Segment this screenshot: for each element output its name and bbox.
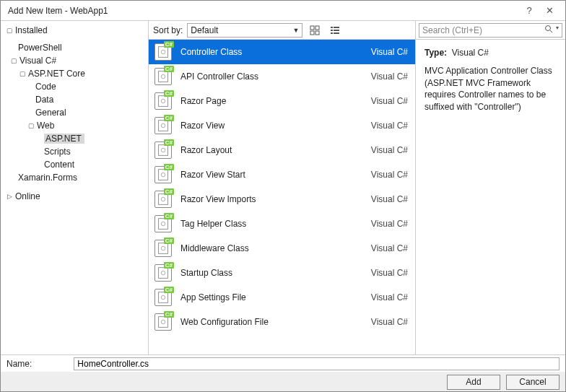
template-item-icon: C# xyxy=(154,92,172,110)
template-item-name: Razor View xyxy=(180,121,362,131)
chevron-down-icon: ▢ xyxy=(5,26,14,35)
svg-point-23 xyxy=(161,197,165,201)
tree-code[interactable]: Code xyxy=(1,80,148,93)
svg-rect-0 xyxy=(310,26,314,30)
template-item-language: Visual C# xyxy=(371,243,408,253)
detail-panel: Search (Ctrl+E) ▾ Type: Visual C# MVC Ap… xyxy=(416,21,565,354)
template-item-icon: C# xyxy=(154,215,172,232)
svg-rect-6 xyxy=(331,30,333,31)
search-input[interactable]: Search (Ctrl+E) ▾ xyxy=(419,23,562,38)
svg-point-15 xyxy=(161,99,165,103)
svg-rect-28 xyxy=(159,268,168,279)
svg-point-25 xyxy=(161,222,165,226)
sort-by-value: Default xyxy=(191,25,218,35)
template-item-icon: C# xyxy=(154,289,172,306)
template-item[interactable]: C#App Settings FileVisual C# xyxy=(149,285,415,310)
template-item[interactable]: C#Razor View ImportsVisual C# xyxy=(149,187,415,212)
sort-by-label: Sort by: xyxy=(153,25,183,35)
tree-online[interactable]: ▷ Online xyxy=(1,190,148,203)
help-button[interactable]: ? xyxy=(519,5,539,16)
template-item[interactable]: C#Web Configuration FileVisual C# xyxy=(149,310,415,334)
svg-rect-16 xyxy=(159,121,168,131)
svg-rect-10 xyxy=(159,47,168,58)
template-item-icon: C# xyxy=(154,264,172,282)
template-item[interactable]: C#Razor PageVisual C# xyxy=(149,89,415,113)
svg-point-34 xyxy=(546,26,551,31)
search-placeholder: Search (Ctrl+E) xyxy=(422,25,482,35)
template-item-name: Tag Helper Class xyxy=(180,219,362,229)
tree-scripts[interactable]: Scripts xyxy=(1,145,148,158)
template-item[interactable]: C#Razor View StartVisual C# xyxy=(149,162,415,187)
svg-rect-24 xyxy=(159,219,168,230)
template-item[interactable]: C#Controller ClassVisual C# xyxy=(149,40,415,64)
tree-aspnet[interactable]: ASP.NET xyxy=(1,132,148,145)
tree-visual-csharp[interactable]: ▢ Visual C# xyxy=(1,54,148,67)
view-medium-icons-button[interactable] xyxy=(307,23,323,38)
tree-content[interactable]: Content xyxy=(1,158,148,171)
dropdown-icon: ▾ xyxy=(556,25,559,35)
template-item-language: Visual C# xyxy=(371,292,408,302)
add-button[interactable]: Add xyxy=(447,375,500,390)
svg-point-17 xyxy=(161,123,165,128)
svg-rect-20 xyxy=(159,170,168,180)
title-bar: Add New Item - WebApp1 ? ✕ xyxy=(1,1,565,21)
detail-body: Type: Visual C# MVC Application Controll… xyxy=(416,40,565,121)
template-item-name: Controller Class xyxy=(180,47,362,57)
template-item-language: Visual C# xyxy=(371,219,408,229)
window-title: Add New Item - WebApp1 xyxy=(8,6,519,16)
template-item-language: Visual C# xyxy=(371,47,408,57)
template-item-name: Web Configuration File xyxy=(180,317,362,327)
template-item-icon: C# xyxy=(154,166,172,183)
svg-rect-14 xyxy=(159,96,168,107)
detail-toolbar: Search (Ctrl+E) ▾ xyxy=(416,21,565,40)
tree-web[interactable]: ▢ Web xyxy=(1,119,148,132)
tree-installed[interactable]: ▢ Installed xyxy=(1,24,148,37)
template-item-name: Razor View Imports xyxy=(180,194,362,204)
svg-point-31 xyxy=(161,295,165,300)
template-item[interactable]: C#Startup ClassVisual C# xyxy=(149,261,415,285)
button-row: Add Cancel xyxy=(1,372,565,392)
name-input[interactable] xyxy=(74,357,560,370)
tree-xamarin-forms[interactable]: Xamarin.Forms xyxy=(1,171,148,184)
template-item-name: Startup Class xyxy=(180,268,362,278)
svg-rect-4 xyxy=(331,27,333,28)
type-label: Type: xyxy=(425,48,447,58)
svg-point-13 xyxy=(161,74,165,79)
svg-rect-26 xyxy=(159,243,168,254)
template-item-language: Visual C# xyxy=(371,96,408,106)
template-item-language: Visual C# xyxy=(371,268,408,278)
template-list[interactable]: C#Controller ClassVisual C#C#API Control… xyxy=(149,40,415,354)
template-item[interactable]: C#Razor LayoutVisual C# xyxy=(149,138,415,162)
svg-rect-22 xyxy=(159,194,168,205)
template-panel: Sort by: Default ▼ C#Controller ClassVis… xyxy=(149,21,416,354)
view-list-button[interactable] xyxy=(327,23,343,38)
sort-by-select[interactable]: Default ▼ xyxy=(187,23,302,38)
close-button[interactable]: ✕ xyxy=(539,5,560,16)
template-item-icon: C# xyxy=(154,117,172,134)
template-item-icon: C# xyxy=(154,68,172,85)
svg-rect-7 xyxy=(334,30,339,31)
template-item[interactable]: C#Tag Helper ClassVisual C# xyxy=(149,212,415,236)
svg-rect-8 xyxy=(331,32,333,34)
svg-rect-1 xyxy=(315,26,319,30)
tree-data[interactable]: Data xyxy=(1,93,148,106)
template-item-language: Visual C# xyxy=(371,145,408,155)
tree-general[interactable]: General xyxy=(1,106,148,119)
search-icon xyxy=(544,25,553,35)
tree-aspnet-core[interactable]: ▢ ASP.NET Core xyxy=(1,67,148,80)
main-area: ▢ Installed PowerShell ▢ Visual C# ▢ ASP… xyxy=(1,21,565,354)
svg-rect-18 xyxy=(159,145,168,156)
template-item-name: API Controller Class xyxy=(180,71,362,82)
template-item-language: Visual C# xyxy=(371,121,408,131)
template-item[interactable]: C#API Controller ClassVisual C# xyxy=(149,64,415,89)
chevron-down-icon: ▢ xyxy=(9,56,18,65)
tree-powershell[interactable]: PowerShell xyxy=(1,41,148,54)
template-item-icon: C# xyxy=(154,240,172,257)
svg-point-19 xyxy=(161,148,165,152)
chevron-down-icon: ▼ xyxy=(292,27,299,34)
svg-line-35 xyxy=(550,30,552,32)
cancel-button[interactable]: Cancel xyxy=(506,375,560,390)
template-item[interactable]: C#Middleware ClassVisual C# xyxy=(149,236,415,261)
template-item[interactable]: C#Razor ViewVisual C# xyxy=(149,113,415,138)
svg-rect-12 xyxy=(159,71,168,82)
